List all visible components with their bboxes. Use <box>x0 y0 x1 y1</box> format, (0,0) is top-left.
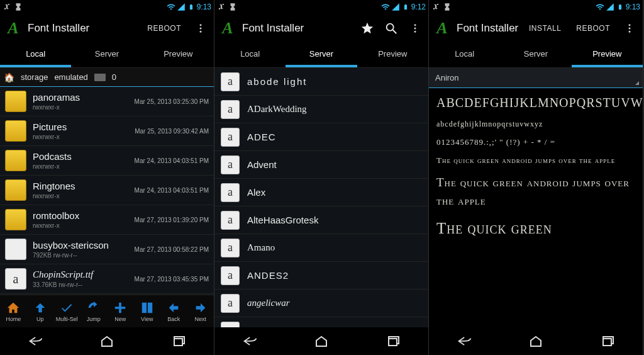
wifi-icon <box>381 3 390 11</box>
tab-bar: Local Server Preview <box>214 43 428 68</box>
server-font-row[interactable]: aAlex <box>214 179 428 206</box>
server-font-name: Advent <box>247 159 277 170</box>
tab-preview[interactable]: Preview <box>572 43 643 67</box>
nav-bar <box>214 327 428 355</box>
reboot-button[interactable]: REBOOT <box>571 20 615 37</box>
battery-icon <box>401 3 410 11</box>
fm-home[interactable]: Home <box>1 301 26 322</box>
file-name: busybox-stericson <box>33 240 128 251</box>
nav-back[interactable] <box>231 332 269 350</box>
server-font-name: AlteHaasGrotesk <box>247 215 318 225</box>
svg-point-11 <box>629 24 631 26</box>
debug-icon <box>228 3 237 11</box>
file-row[interactable]: Picturesrwxrwxr-xMar 25, 2013 09:30:42 A… <box>0 116 214 146</box>
font-file-icon: a <box>221 128 240 147</box>
search-icon[interactable] <box>382 19 401 38</box>
svg-point-12 <box>629 28 631 30</box>
breadcrumb-seg[interactable]: 0 <box>112 72 116 82</box>
preview-line: abcdefghijklmnopqrstuvwxyz <box>436 118 635 130</box>
file-row[interactable]: panoramasrwxrwxr-xMar 25, 2013 03:25:30 … <box>0 87 214 116</box>
file-name: ChopinScript.ttf <box>33 269 128 280</box>
favorite-icon[interactable] <box>358 19 377 38</box>
svg-point-6 <box>387 24 394 31</box>
folder-icon <box>5 91 26 112</box>
nav-home[interactable] <box>517 332 555 350</box>
status-time: 9:13 <box>197 3 211 11</box>
breadcrumb-seg[interactable]: emulated <box>54 72 87 82</box>
server-font-row[interactable]: aabode light <box>214 68 428 96</box>
fm-up[interactable]: Up <box>28 301 53 322</box>
tab-bar: Local Server Preview <box>0 43 214 68</box>
fm-back[interactable]: Back <box>161 301 186 322</box>
file-row[interactable]: aChopinScript.ttf33.76KB rw-rw-r--Mar 27… <box>0 264 214 294</box>
tab-local[interactable]: Local <box>0 43 71 67</box>
svg-point-2 <box>200 31 202 33</box>
overflow-icon[interactable] <box>406 19 425 38</box>
battery-icon <box>616 3 625 11</box>
tab-local[interactable]: Local <box>429 43 500 67</box>
reboot-button[interactable]: REBOOT <box>142 20 186 37</box>
server-font-list[interactable]: aabode lightaADarkWeddingaADECaAdventaAl… <box>214 68 428 327</box>
fm-view[interactable]: View <box>135 301 160 322</box>
font-file-icon: a <box>221 211 240 230</box>
nav-recent[interactable] <box>374 332 411 350</box>
nav-recent[interactable] <box>588 332 626 350</box>
server-font-row[interactable]: aADEC <box>214 123 428 151</box>
signal-icon <box>177 3 186 11</box>
svg-rect-5 <box>174 339 182 346</box>
tab-server[interactable]: Server <box>500 43 571 67</box>
breadcrumb[interactable]: 🏠 storage emulated 0 <box>0 68 214 87</box>
server-font-row[interactable]: aAmano <box>214 234 428 262</box>
nav-home[interactable] <box>88 332 126 350</box>
file-toolbar: Home Up Multi-Sel Jump New View Back Ne <box>0 295 214 327</box>
server-font-row[interactable]: aangelicwar <box>214 290 428 317</box>
font-file-icon: a <box>221 322 240 328</box>
server-font-row[interactable]: aAdvent <box>214 151 428 179</box>
overflow-icon[interactable] <box>191 19 210 38</box>
font-select-value: Aniron <box>435 73 459 82</box>
file-row[interactable]: busybox-stericson792KB rw-rw-r--Mar 27, … <box>0 235 214 264</box>
tab-preview[interactable]: Preview <box>357 43 428 67</box>
file-meta: 792KB rw-rw-r-- <box>33 252 128 259</box>
install-button[interactable]: INSTALL <box>524 20 566 37</box>
file-info: Picturesrwxrwxr-x <box>33 121 128 140</box>
file-row[interactable]: Podcastsrwxrwxr-xMar 24, 2013 04:03:51 P… <box>0 146 214 176</box>
server-font-row[interactable]: aANDES2 <box>214 262 428 290</box>
file-name: panoramas <box>33 92 128 103</box>
svg-rect-10 <box>389 339 397 346</box>
font-file-icon: a <box>221 155 240 174</box>
usb-icon <box>431 3 440 11</box>
file-row[interactable]: romtoolboxrwxrwxr-xMar 27, 2013 01:39:20… <box>0 205 214 235</box>
tab-local[interactable]: Local <box>214 43 286 67</box>
tab-server[interactable]: Server <box>71 43 142 67</box>
nav-recent[interactable] <box>159 332 197 350</box>
status-time: 9:13 <box>626 3 640 11</box>
fm-next[interactable]: Next <box>188 301 213 322</box>
app-icon: A <box>218 19 237 38</box>
app-icon: A <box>433 19 452 38</box>
usb-icon <box>217 3 226 11</box>
status-bar: 9:12 <box>214 0 428 14</box>
tab-server[interactable]: Server <box>286 43 357 67</box>
fm-new[interactable]: New <box>108 301 133 322</box>
nav-back[interactable] <box>446 332 484 350</box>
preview-line: abcdefghijklmnopqrstuvwxyz <box>436 94 635 111</box>
server-font-row[interactable]: aAngelina <box>214 317 428 327</box>
fm-jump[interactable]: Jump <box>81 301 106 322</box>
fm-multisel[interactable]: Multi-Sel <box>54 301 79 322</box>
file-name: Ringtones <box>33 181 128 191</box>
tab-preview[interactable]: Preview <box>143 43 214 67</box>
server-font-row[interactable]: aADarkWedding <box>214 96 428 123</box>
server-font-row[interactable]: aAlteHaasGrotesk <box>214 206 428 234</box>
file-meta: rwxrwxr-x <box>33 104 128 111</box>
font-select-spinner[interactable]: Aniron <box>429 68 643 88</box>
overflow-icon[interactable] <box>620 19 639 38</box>
file-list[interactable]: panoramasrwxrwxr-xMar 25, 2013 03:25:30 … <box>0 87 214 295</box>
file-info: romtoolboxrwxrwxr-x <box>33 210 128 229</box>
nav-home[interactable] <box>303 332 340 350</box>
home-icon[interactable]: 🏠 <box>4 72 14 82</box>
preview-body: abcdefghijklmnopqrstuvwxyz abcdefghijklm… <box>429 88 643 327</box>
file-row[interactable]: Ringtonesrwxrwxr-xMar 24, 2013 04:03:51 … <box>0 176 214 205</box>
nav-back[interactable] <box>17 332 55 350</box>
breadcrumb-seg[interactable]: storage <box>21 72 48 82</box>
